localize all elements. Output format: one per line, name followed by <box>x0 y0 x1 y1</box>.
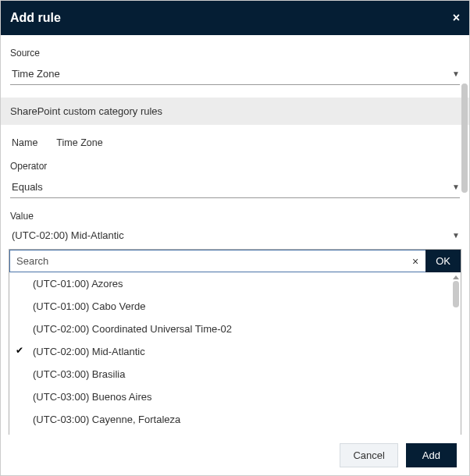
search-row: × OK <box>9 250 461 272</box>
option-label: (UTC-02:00) Mid-Atlantic <box>33 346 145 357</box>
options-scrollbar-thumb[interactable] <box>453 281 459 307</box>
option-item[interactable]: (UTC-01:00) Azores <box>9 272 450 295</box>
chevron-down-icon: ▼ <box>452 69 460 78</box>
option-item[interactable]: ✔(UTC-02:00) Mid-Atlantic <box>9 340 450 363</box>
close-icon[interactable]: × <box>453 11 460 25</box>
name-row: Name Time Zone <box>10 137 460 148</box>
option-item[interactable]: (UTC-01:00) Cabo Verde <box>9 295 450 318</box>
source-select[interactable]: Time Zone ▼ <box>10 66 460 85</box>
option-item[interactable]: (UTC-03:00) Cayenne, Fortaleza <box>9 408 450 431</box>
source-value: Time Zone <box>12 68 60 80</box>
scroll-up-icon[interactable] <box>453 275 459 279</box>
body-scrollbar-thumb[interactable] <box>461 83 468 193</box>
clear-search-icon[interactable]: × <box>405 250 425 272</box>
add-button[interactable]: Add <box>406 443 457 467</box>
options-list: (UTC-01:00) Azores(UTC-01:00) Cabo Verde… <box>9 272 461 435</box>
search-input[interactable] <box>9 250 405 272</box>
operator-select[interactable]: Equals ▼ <box>10 179 460 198</box>
section-title: SharePoint custom category rules <box>1 98 469 125</box>
dialog-footer: Cancel Add <box>1 435 469 475</box>
cancel-button[interactable]: Cancel <box>340 443 397 467</box>
value-dropdown: × OK (UTC-01:00) Azores(UTC-01:00) Cabo … <box>9 249 461 435</box>
option-item[interactable]: (UTC-03:00) Brasilia <box>9 363 450 385</box>
check-icon: ✔ <box>16 345 23 356</box>
dialog-title: Add rule <box>10 11 61 25</box>
option-item[interactable]: (UTC-03:00) Buenos Aires <box>9 385 450 408</box>
body-scrollbar[interactable] <box>461 79 468 435</box>
ok-button[interactable]: OK <box>425 250 461 272</box>
chevron-down-icon: ▼ <box>452 183 460 191</box>
chevron-down-icon: ▼ <box>452 231 460 240</box>
option-label: (UTC-01:00) Azores <box>33 278 123 290</box>
options-scrollbar-track[interactable] <box>453 281 459 421</box>
dialog-add-rule: Add rule × Source Time Zone ▼ SharePoint… <box>0 0 470 476</box>
name-label: Name <box>12 137 37 148</box>
option-label: (UTC-03:00) Buenos Aires <box>33 391 151 403</box>
option-label: (UTC-02:00) Coordinated Universal Time-0… <box>33 323 232 335</box>
option-label: (UTC-03:00) Brasilia <box>33 368 125 380</box>
dialog-header: Add rule × <box>1 1 469 35</box>
option-label: (UTC-03:00) Cayenne, Fortaleza <box>33 414 180 425</box>
source-label: Source <box>10 48 460 59</box>
name-value: Time Zone <box>56 137 102 148</box>
value-label: Value <box>10 211 460 222</box>
option-item[interactable]: (UTC-02:00) Coordinated Universal Time-0… <box>9 318 450 340</box>
value-selected: (UTC-02:00) Mid-Atlantic <box>12 229 124 241</box>
value-select[interactable]: (UTC-02:00) Mid-Atlantic ▼ <box>10 229 460 244</box>
option-item[interactable]: (UTC-03:00) Greenland <box>9 431 450 435</box>
dialog-body: Source Time Zone ▼ SharePoint custom cat… <box>1 35 469 435</box>
option-label: (UTC-01:00) Cabo Verde <box>33 300 146 312</box>
operator-label: Operator <box>10 161 460 172</box>
operator-value: Equals <box>12 181 43 193</box>
options-scrollbar[interactable] <box>453 275 459 435</box>
